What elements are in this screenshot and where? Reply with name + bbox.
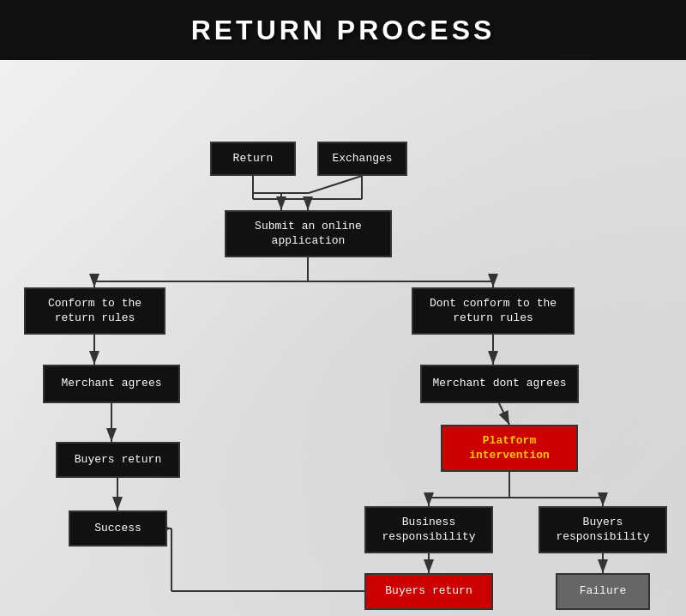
conform-node: Conform to thereturn rules <box>24 287 165 335</box>
platform-intervention-node: Platform intervention <box>441 425 578 472</box>
diagram: Return Exchanges Submit an onlineapplica… <box>0 60 686 616</box>
svg-line-17 <box>499 403 509 425</box>
submit-node: Submit an onlineapplication <box>225 210 392 257</box>
buyers-return-left-node: Buyers return <box>56 442 180 478</box>
merchant-agrees-node: Merchant agrees <box>43 365 180 403</box>
return-node: Return <box>210 142 296 176</box>
failure-node: Failure <box>556 573 650 610</box>
merchant-dont-node: Merchant dont agrees <box>420 365 579 403</box>
business-resp-node: Businessresponsibility <box>364 506 493 553</box>
svg-line-2 <box>309 176 362 193</box>
page-title: RETURN PROCESS <box>191 15 496 46</box>
dont-conform-node: Dont conform to thereturn rules <box>412 287 575 335</box>
exchanges-node: Exchanges <box>317 142 407 176</box>
header: RETURN PROCESS <box>0 0 686 60</box>
buyers-return-right-node: Buyers return <box>364 573 493 610</box>
success-node: Success <box>69 510 167 547</box>
buyers-resp-node: Buyersresponsibility <box>539 506 667 553</box>
